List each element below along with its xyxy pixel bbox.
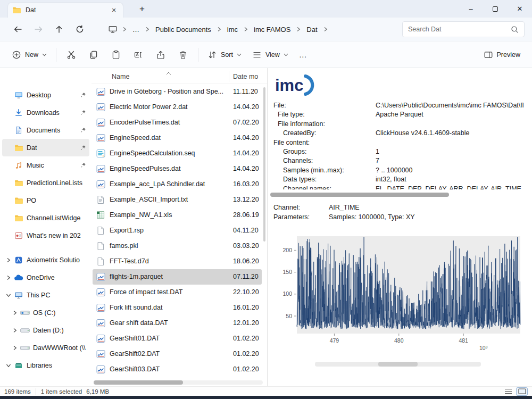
sidebar-item-label: OneDrive [27, 274, 87, 281]
sidebar-item-documents[interactable]: Documents [2, 121, 89, 139]
refresh-button[interactable] [71, 21, 88, 37]
back-button[interactable] [9, 21, 26, 37]
sidebar-item-dat[interactable]: Dat [2, 139, 89, 156]
file-row[interactable]: flights-1m.parquet07.11.20 [93, 269, 262, 285]
up-button[interactable] [51, 21, 68, 37]
file-row[interactable]: Force of impact test.DAT22.10.20 [93, 285, 262, 300]
chart-horizontal-scrollbar[interactable] [315, 362, 481, 367]
chevron-right-icon[interactable] [11, 310, 19, 315]
cut-button[interactable] [60, 45, 82, 64]
file-row[interactable]: EngineSpeedCalculation.seq14.04.20 [93, 146, 262, 161]
minimize-button[interactable]: – [459, 0, 483, 18]
new-tab-button[interactable]: + [135, 3, 149, 15]
view-button[interactable]: View [247, 45, 294, 64]
breadcrumb-item-public-documents[interactable]: Public Documents [152, 22, 215, 37]
sidebar-item-desktop[interactable]: Desktop [2, 86, 89, 104]
chevron-right-icon[interactable] [4, 275, 13, 280]
sidebar-item-onedrive[interactable]: OneDrive [2, 269, 89, 286]
search-icon[interactable] [511, 26, 519, 34]
delete-button[interactable] [172, 45, 194, 64]
sidebar-item-this-pc[interactable]: This PC [2, 286, 89, 304]
file-row[interactable]: Electric Motor Power 2.dat14.04.20 [93, 99, 262, 115]
curve-file-icon [96, 164, 105, 173]
file-row[interactable]: EncoderPulseTimes.dat07.02.20 [93, 115, 262, 130]
scrollbar-thumb[interactable] [94, 380, 183, 385]
file-list-header: Name Date mo [92, 68, 267, 84]
items-count: 169 items [4, 388, 31, 395]
preview-toggle-button[interactable]: Preview [478, 45, 526, 64]
column-header-name[interactable]: Name [112, 73, 129, 80]
chevron-down-icon[interactable] [4, 363, 13, 368]
maximize-button[interactable] [483, 0, 508, 18]
file-row[interactable]: GearShift02.DAT01.02.20 [93, 346, 262, 362]
titlebar: Dat ✕ + – ✕ [0, 0, 532, 18]
scrollbar-thumb[interactable] [378, 362, 418, 367]
rename-button[interactable] [127, 45, 149, 64]
file-row[interactable]: EngineSpeed.dat14.04.20 [93, 130, 262, 146]
column-divider[interactable] [229, 71, 229, 82]
sidebar-item-predictionlinelists[interactable]: PredictionLineLists [2, 174, 89, 192]
chevron-right-icon[interactable] [4, 257, 13, 263]
file-metadata: File:C:\Users\Public\Documents\imc\imc F… [270, 101, 532, 189]
sidebar-item-po[interactable]: PO [2, 192, 89, 209]
chevron-down-icon [284, 53, 288, 56]
breadcrumb: … Public Documents imc imc FAMOS Dat [105, 21, 329, 38]
parameters-value: Samples: 1000000, Type: XY [329, 213, 415, 221]
tab-close-icon[interactable]: ✕ [109, 5, 119, 15]
breadcrumb-item-imc-famos[interactable]: imc FAMOS [250, 22, 294, 37]
tab-dat[interactable]: Dat ✕ [7, 2, 123, 18]
sidebar-item-music[interactable]: Music [2, 156, 89, 174]
details-view-button[interactable] [502, 387, 514, 396]
sidebar-item-daten-d-[interactable]: Daten (D:) [2, 321, 89, 339]
file-row[interactable]: Drive in Göteborg - Position and Spe...1… [93, 84, 262, 99]
file-row[interactable]: Fork lift sound.dat16.01.20 [93, 300, 262, 315]
file-row[interactable]: famos.pkl03.03.20 [93, 238, 262, 254]
file-row[interactable]: Example_NW_A1.xls28.06.19 [93, 207, 262, 223]
sidebar-item-what-s-new-in-202[interactable]: What's new in 202 [2, 227, 89, 244]
close-button[interactable]: ✕ [508, 0, 532, 18]
chevron-right-icon[interactable] [11, 345, 19, 351]
copy-button[interactable] [82, 45, 105, 64]
chevron-right-icon[interactable] [11, 328, 19, 333]
file-row[interactable]: GearShift03.DAT01.02.20 [93, 362, 262, 377]
file-name: Force of impact test.DAT [110, 288, 230, 296]
breadcrumb-item-dat[interactable]: Dat [303, 22, 321, 37]
breadcrumb-item-imc[interactable]: imc [223, 22, 242, 37]
file-row[interactable]: FFT-Test.d7d18.06.20 [93, 254, 262, 269]
file-row[interactable]: Export1.rsp04.11.20 [93, 223, 262, 238]
sidebar-item-label: This PC [27, 292, 87, 299]
chevron-down-icon[interactable] [4, 293, 13, 297]
this-pc-icon[interactable] [105, 26, 120, 33]
more-options-button[interactable]: … [294, 45, 313, 64]
sidebar-item-davwwwroot-[interactable]: DavWWWRoot (\\ [2, 339, 89, 356]
sort-button[interactable]: Sort [202, 45, 247, 64]
breadcrumb-ellipsis[interactable]: … [129, 22, 143, 37]
sidebar-item-channellistwidge[interactable]: ChannelListWidge [2, 209, 89, 227]
large-icons-view-button[interactable] [516, 387, 528, 396]
column-header-date-modified[interactable]: Date mo [233, 73, 264, 80]
sidebar-item-libraries[interactable]: Libraries [2, 356, 89, 374]
paste-button[interactable] [105, 45, 127, 64]
whatsnew-icon [13, 231, 24, 240]
sidebar-item-os-c-[interactable]: OS (C:) [2, 304, 89, 321]
file-row[interactable]: Example_ASCII_Import.txt13.12.20 [93, 192, 262, 207]
file-name: Drive in Göteborg - Position and Spe... [110, 88, 230, 95]
file-list-vertical-scrollbar[interactable] [263, 87, 265, 242]
file-row[interactable]: EngineSpeedPulses.dat14.04.20 [93, 161, 262, 177]
sidebar-item-axiometrix-solutio[interactable]: Axiometrix Solutio [2, 251, 89, 269]
search-input[interactable] [408, 26, 511, 33]
file-row[interactable]: Example_acc_LpA Schindler.dat16.03.20 [93, 177, 262, 192]
file-row[interactable]: GearShift01.DAT01.02.20 [93, 331, 262, 346]
svg-text:479: 479 [330, 337, 339, 344]
file-row[interactable]: Gear shift data.DAT12.01.20 [93, 315, 262, 331]
file-list-horizontal-scrollbar[interactable] [94, 380, 263, 385]
search-box[interactable] [402, 21, 525, 37]
forward-button[interactable] [30, 21, 47, 37]
metadata-horizontal-scrollbar[interactable] [270, 193, 449, 197]
share-button[interactable] [149, 45, 172, 64]
sort-ascending-icon[interactable] [166, 69, 171, 77]
new-button[interactable]: New [6, 45, 52, 64]
sidebar-item-downloads[interactable]: Downloads [2, 104, 89, 121]
file-explorer-window: Dat ✕ + – ✕ … Public Documents imc imc F… [0, 0, 532, 399]
file-date-modified: 14.04.20 [233, 103, 263, 111]
